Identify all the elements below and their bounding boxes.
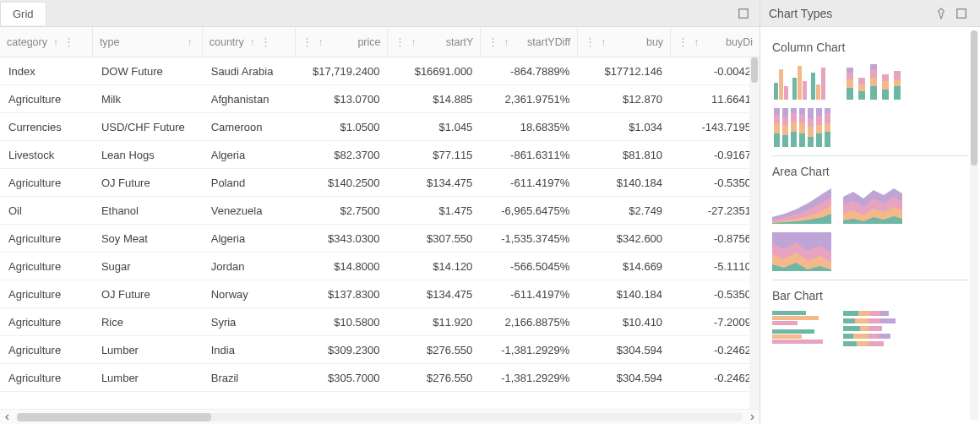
svg-rect-54 (825, 113, 830, 123)
cell-type: USD/CHF Future (93, 121, 203, 133)
sort-arrow-icon[interactable]: ↑ (598, 36, 608, 48)
sort-arrow-icon[interactable]: ↑ (248, 36, 258, 48)
cell-category: Agriculture (0, 372, 93, 384)
column-header-startYDiff[interactable]: ⋮ ↑ startYDiff (481, 27, 578, 57)
table-row[interactable]: AgricultureLumberBrazil$305.7000$276.550… (0, 364, 760, 392)
cell-buyDi: -143.7195 (671, 121, 760, 133)
svg-rect-30 (774, 115, 780, 123)
cell-startYDiff: -6,965.6475% (481, 204, 578, 217)
sort-arrow-icon[interactable]: ↑ (51, 36, 61, 48)
sort-arrow-icon[interactable]: ↑ (408, 36, 418, 48)
column-label: buy (646, 36, 663, 48)
svg-rect-15 (858, 91, 865, 100)
charts-vertical-scroll-thumb[interactable] (971, 30, 977, 166)
horizontal-scrollbar (0, 409, 760, 424)
cell-buyDi: -0.0042 (671, 65, 760, 78)
table-row[interactable]: CurrenciesUSD/CHF FutureCameroon$1.0500$… (0, 113, 760, 141)
column-header-type[interactable]: type ↑ (93, 27, 203, 57)
svg-rect-65 (870, 311, 880, 316)
column-chart-100stacked-thumb[interactable] (772, 108, 831, 147)
column-menu-icon[interactable]: ⋮ (302, 35, 313, 48)
cell-startY: $276.550 (388, 372, 481, 384)
column-menu-icon[interactable]: ⋮ (64, 35, 74, 48)
area-chart-stacked-thumb[interactable] (843, 185, 902, 224)
vertical-scrollbar[interactable] (749, 57, 760, 409)
cell-price: $17,719.2400 (296, 65, 389, 78)
column-menu-icon[interactable]: ⋮ (585, 35, 595, 48)
column-chart-grouped-thumb[interactable] (772, 61, 831, 100)
cell-type: Lean Hogs (93, 149, 203, 161)
maximize-button[interactable] (732, 3, 754, 24)
cell-type: Lumber (93, 372, 203, 384)
table-row[interactable]: AgricultureSoy MeatAlgeria$343.0300$307.… (0, 225, 760, 253)
table-row[interactable]: AgricultureSugarJordan$14.8000$14.120-56… (0, 253, 760, 280)
column-menu-icon[interactable]: ⋮ (487, 35, 498, 48)
table-row[interactable]: AgricultureOJ FutureNorway$137.8300$134.… (0, 280, 760, 308)
svg-rect-29 (774, 123, 780, 133)
column-menu-icon[interactable]: ⋮ (678, 35, 688, 48)
sort-arrow-icon[interactable]: ↑ (691, 36, 701, 48)
table-row[interactable]: AgricultureOJ FuturePoland$140.2500$134.… (0, 169, 760, 197)
svg-rect-28 (774, 133, 780, 147)
area-chart-100stacked-thumb[interactable] (772, 232, 831, 271)
horizontal-scroll-thumb[interactable] (17, 413, 211, 421)
column-header-buy[interactable]: ⋮ ↑ buy (578, 27, 671, 57)
cell-price: $305.7000 (296, 372, 389, 384)
bar-chart-grouped-thumb[interactable] (772, 309, 831, 348)
maximize-icon (738, 8, 749, 19)
svg-rect-75 (853, 334, 868, 339)
svg-rect-45 (808, 127, 814, 137)
svg-rect-21 (870, 64, 877, 69)
cell-country: Jordan (203, 260, 296, 273)
table-row[interactable]: LivestockLean HogsAlgeria$82.3700$77.115… (0, 141, 760, 169)
column-chart-stacked-thumb[interactable] (843, 61, 902, 100)
cell-buy: $2.749 (578, 204, 671, 217)
column-menu-icon[interactable]: ⋮ (395, 35, 405, 48)
cell-startYDiff: -864.7889% (481, 65, 578, 78)
cell-buyDi: -5.1110 (671, 260, 760, 273)
bar-chart-stacked-thumb[interactable] (843, 309, 902, 348)
table-row[interactable]: OilEthanolVenezuela$2.7500$1.475-6,965.6… (0, 197, 760, 225)
svg-rect-69 (868, 318, 880, 323)
charts-vertical-scrollbar[interactable] (970, 30, 978, 421)
svg-rect-1 (957, 8, 966, 18)
table-row[interactable]: AgricultureLumberIndia$309.2300$276.550-… (0, 336, 760, 364)
scroll-left-button[interactable] (0, 410, 15, 425)
area-chart-thumb[interactable] (772, 185, 831, 224)
chart-types-body: Column Chart (760, 27, 980, 424)
svg-rect-19 (870, 78, 877, 86)
column-header-country[interactable]: country ↑ ⋮ (203, 27, 296, 57)
sort-arrow-icon[interactable]: ↑ (501, 36, 511, 48)
section-divider (772, 280, 968, 280)
svg-rect-46 (808, 118, 814, 127)
cell-price: $309.2300 (296, 344, 389, 356)
column-header-buyDi[interactable]: ⋮ ↑ buyDi (671, 27, 760, 57)
table-row[interactable]: AgricultureRiceSyria$10.5800$11.9202,166… (0, 308, 760, 336)
svg-rect-26 (894, 79, 901, 86)
svg-rect-10 (821, 68, 825, 100)
horizontal-scroll-track[interactable] (17, 413, 743, 421)
cell-buy: $140.184 (578, 177, 671, 189)
sort-arrow-icon[interactable]: ↑ (185, 36, 195, 48)
svg-rect-7 (803, 81, 807, 100)
sort-arrow-icon[interactable]: ↑ (316, 36, 326, 48)
svg-rect-40 (799, 133, 805, 147)
column-header-category[interactable]: category ↑ ⋮ (0, 27, 93, 57)
maximize-panel-button[interactable] (951, 3, 972, 24)
column-menu-icon[interactable]: ⋮ (261, 35, 271, 48)
table-row[interactable]: IndexDOW FutureSaudi Arabia$17,719.2400$… (0, 57, 760, 85)
grid-tab[interactable]: Grid (0, 2, 46, 25)
cell-buy: $140.184 (578, 288, 671, 301)
table-row[interactable]: AgricultureMilkAfghanistan$13.0700$14.88… (0, 85, 760, 113)
svg-rect-22 (882, 90, 889, 100)
cell-startYDiff: -861.6311% (481, 149, 578, 161)
pin-button[interactable] (931, 3, 951, 24)
section-divider (772, 155, 968, 156)
vertical-scroll-thumb[interactable] (751, 57, 758, 83)
column-header-price[interactable]: ⋮ ↑ price (296, 27, 389, 57)
svg-rect-9 (816, 84, 820, 100)
scroll-right-button[interactable] (744, 410, 760, 425)
svg-rect-36 (791, 132, 797, 147)
cell-category: Agriculture (0, 288, 93, 301)
column-header-startY[interactable]: ⋮ ↑ startY (388, 27, 481, 57)
